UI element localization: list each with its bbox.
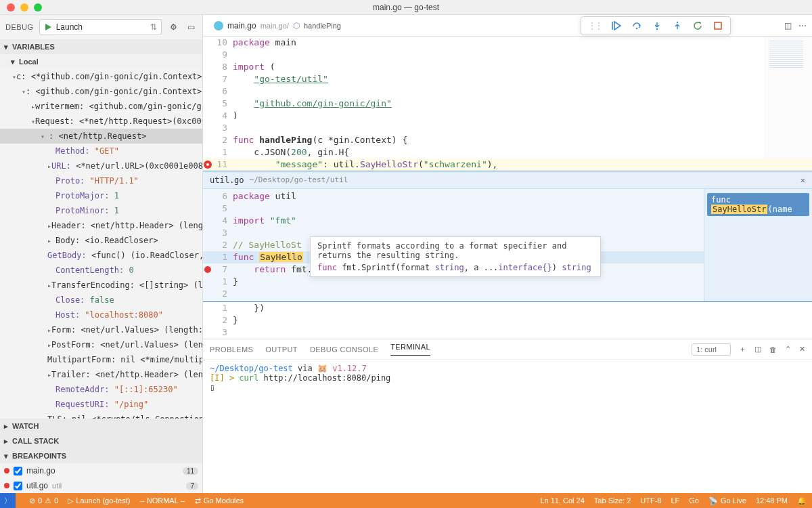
tab-problems[interactable]: PROBLEMS — [210, 345, 253, 354]
section-watch[interactable]: ▸WATCH — [0, 419, 202, 433]
svg-rect-3 — [715, 22, 721, 29]
chevron-updown-icon: ⇅ — [150, 22, 157, 32]
status-cursor[interactable]: Ln 11, Col 24 — [540, 496, 584, 505]
status-problems[interactable]: ⊘ 0 ⚠ 0 — [29, 496, 58, 505]
split-terminal-icon[interactable]: ◫ — [754, 345, 761, 354]
breakpoint-dot-icon — [4, 483, 9, 488]
tab-main-go[interactable]: main.go main.go/ ⬡ handlePing — [207, 15, 348, 37]
section-callstack[interactable]: ▸CALL STACK — [0, 433, 202, 448]
debug-toolbar: ⋮⋮ — [581, 16, 731, 35]
bell-icon[interactable]: 🔔 — [797, 496, 807, 505]
terminal[interactable]: ~/Desktop/go-test via 🐹 v1.12.7 [I] > cu… — [203, 360, 812, 447]
more-icon[interactable]: ⋯ — [798, 21, 807, 30]
svg-point-0 — [636, 28, 637, 29]
variables-tree[interactable]: ▾c: <*github.com/gin-gonic/gin.Context>…… — [0, 69, 202, 419]
step-over-button[interactable] — [631, 20, 642, 31]
breakpoint-item[interactable]: main.go 11 — [0, 463, 202, 478]
tab-output[interactable]: OUTPUT — [265, 345, 298, 354]
status-language[interactable]: Go — [689, 496, 699, 505]
new-terminal-icon[interactable]: ＋ — [739, 344, 746, 354]
zoom-window[interactable] — [34, 3, 42, 12]
play-icon — [44, 23, 52, 31]
go-file-icon — [214, 21, 223, 30]
tab-debug-console[interactable]: DEBUG CONSOLE — [310, 345, 378, 354]
debug-console-icon[interactable]: ▭ — [185, 21, 197, 33]
status-vim-mode: -- NORMAL -- — [139, 496, 185, 505]
kill-terminal-icon[interactable]: 🗑 — [769, 345, 777, 354]
svg-point-1 — [656, 28, 658, 30]
launch-config-select[interactable]: Launch ⇅ — [39, 19, 162, 35]
continue-button[interactable] — [611, 20, 622, 31]
minimap[interactable] — [765, 37, 812, 158]
debug-indicator[interactable]: 〉 — [0, 493, 16, 508]
section-local[interactable]: ▾Local — [0, 54, 202, 69]
window-title: main.go — go-test — [373, 3, 439, 12]
titlebar: main.go — go-test — [0, 0, 812, 15]
debug-sidebar: DEBUG Launch ⇅ ⚙ ▭ ▾VARIABLES ▾Local ▾c:… — [0, 15, 203, 493]
step-into-button[interactable] — [652, 20, 662, 31]
current-line-breakpoint-icon[interactable] — [204, 161, 211, 168]
peek-filepath: ~/Desktop/go-test/util — [250, 175, 348, 184]
svg-point-2 — [677, 22, 678, 23]
status-indent[interactable]: Tab Size: 2 — [594, 496, 631, 505]
peek-definition: util.go ~/Desktop/go-test/util ✕ 6packag… — [203, 171, 812, 302]
code-editor-main[interactable]: 10package main 9 8import ( 7 "go-test/ut… — [203, 37, 812, 339]
peek-references[interactable]: func SayHelloStr(name — [704, 189, 812, 301]
breakpoint-icon[interactable] — [204, 266, 211, 273]
status-go-modules[interactable]: ⇄ Go Modules — [195, 496, 244, 505]
drag-handle-icon[interactable]: ⋮⋮ — [588, 21, 602, 30]
hover-tooltip: Sprintf formats according to a format sp… — [310, 236, 601, 277]
maximize-panel-icon[interactable]: ⌃ — [785, 345, 791, 354]
breakpoint-checkbox[interactable] — [14, 482, 22, 490]
status-launch[interactable]: ▷ Launch (go-test) — [68, 496, 130, 505]
status-bar: 〉 ⊘ 0 ⚠ 0 ▷ Launch (go-test) -- NORMAL -… — [0, 493, 812, 508]
breadcrumb-func-icon: ⬡ — [293, 21, 300, 30]
breakpoint-item[interactable]: util.go util 7 — [0, 478, 202, 493]
launch-config-name: Launch — [56, 22, 83, 32]
status-clock: 12:48 PM — [756, 496, 788, 505]
stop-button[interactable] — [713, 20, 723, 31]
step-out-button[interactable] — [672, 20, 683, 31]
status-eol[interactable]: LF — [671, 496, 679, 505]
status-go-live[interactable]: 📡 Go Live — [708, 496, 746, 505]
debug-label: DEBUG — [5, 23, 34, 31]
close-icon[interactable]: ✕ — [800, 175, 805, 185]
close-window[interactable] — [7, 3, 15, 12]
close-panel-icon[interactable]: ✕ — [799, 345, 805, 354]
gear-icon[interactable]: ⚙ — [167, 21, 179, 33]
minimize-window[interactable] — [20, 3, 28, 12]
status-encoding[interactable]: UTF-8 — [640, 496, 661, 505]
bottom-panel: PROBLEMS OUTPUT DEBUG CONSOLE TERMINAL 1… — [203, 339, 812, 447]
split-editor-icon[interactable]: ◫ — [784, 21, 792, 30]
section-variables[interactable]: ▾VARIABLES — [0, 39, 202, 54]
terminal-picker[interactable]: 1: curl — [692, 343, 731, 356]
peek-filename[interactable]: util.go — [210, 175, 244, 185]
breakpoint-checkbox[interactable] — [14, 467, 22, 475]
restart-button[interactable] — [692, 20, 703, 31]
section-breakpoints[interactable]: ▾BREAKPOINTS — [0, 448, 202, 463]
tab-terminal[interactable]: TERMINAL — [390, 343, 430, 356]
breakpoint-dot-icon — [4, 468, 9, 473]
